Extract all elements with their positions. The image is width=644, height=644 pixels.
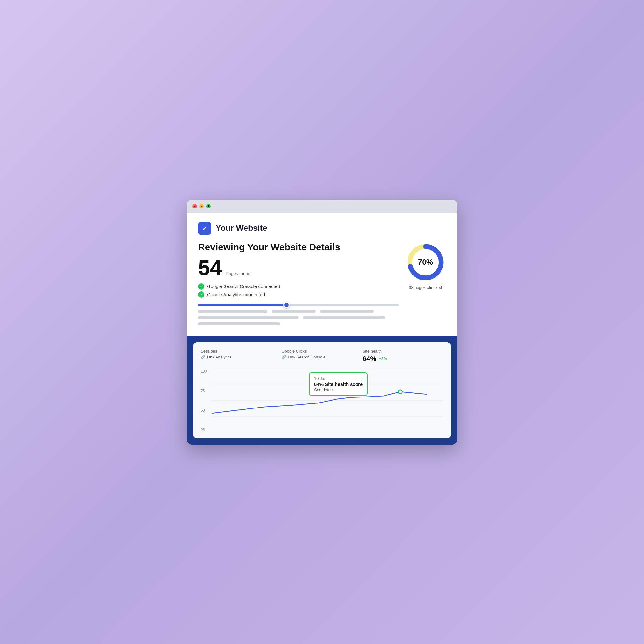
tooltip-date: 10 Jan [314, 376, 363, 381]
skeleton-row-1 [198, 310, 399, 313]
upper-section: ✓ Your Website Reviewing Your Website De… [187, 213, 457, 336]
check-circle-icon: ✓ [198, 283, 204, 290]
reviewing-title: Reviewing Your Website Details [198, 242, 399, 253]
google-clicks-label: Google Clicks [281, 349, 362, 353]
minimize-button[interactable]: – [199, 204, 204, 208]
skeleton-line [198, 310, 267, 313]
tooltip-value: 64% Site health score [314, 381, 363, 387]
logo-badge: ✓ [198, 222, 211, 235]
check-icon: ✓ [202, 225, 208, 232]
slider-track[interactable] [198, 304, 399, 306]
lower-section: Sessions 🔗 Link Analytics Google Clicks … [187, 336, 457, 445]
donut-chart: 70% [405, 242, 446, 283]
maximize-button[interactable]: ⊕ [206, 204, 211, 208]
metric-google-clicks: Google Clicks 🔗 Link Search Console [281, 349, 362, 363]
browser-titlebar: × – ⊕ [187, 200, 457, 213]
right-content: 70% 38 pages checked [405, 242, 446, 290]
check-circle-icon-2: ✓ [198, 291, 204, 298]
svg-point-6 [398, 390, 403, 394]
metrics-row: Sessions 🔗 Link Analytics Google Clicks … [201, 349, 443, 363]
status-items: ✓ Google Search Console connected ✓ Goog… [198, 283, 399, 298]
browser-content: ✓ Your Website Reviewing Your Website De… [187, 213, 457, 445]
skeleton-line [320, 310, 374, 313]
metric-sessions: Sessions 🔗 Link Analytics [201, 349, 281, 363]
link-search-console-text: Link Search Console [288, 355, 325, 359]
y-label-50: 50 [201, 408, 207, 413]
website-name: Your Website [216, 223, 267, 233]
skeleton-line [272, 310, 316, 313]
slider-thumb[interactable] [283, 302, 290, 308]
main-content-row: Reviewing Your Website Details 54 Pages … [198, 242, 446, 329]
status-text-analytics: Google Analytics connected [207, 292, 265, 297]
status-item-analytics: ✓ Google Analytics connected [198, 291, 399, 298]
slider-fill [198, 304, 286, 306]
close-button[interactable]: × [192, 204, 197, 208]
website-header: ✓ Your Website [198, 222, 446, 235]
pages-checked-label: 38 pages checked [409, 285, 442, 290]
site-health-change: +2% [379, 356, 387, 361]
status-item-search-console: ✓ Google Search Console connected [198, 283, 399, 290]
skeleton-row-2 [198, 316, 399, 319]
link-analytics-text: Link Analytics [207, 355, 232, 359]
link-search-console[interactable]: 🔗 Link Search Console [281, 355, 362, 359]
chart-svg-container: 10 Jan 64% Site health score See details [212, 369, 443, 432]
chart-tooltip: 10 Jan 64% Site health score See details [309, 372, 368, 396]
chart-y-labels: 100 75 50 25 [201, 369, 209, 432]
skeleton-line [198, 316, 299, 319]
dashboard-card: Sessions 🔗 Link Analytics Google Clicks … [193, 342, 451, 438]
tooltip-link[interactable]: See details [314, 387, 363, 392]
pages-found-row: 54 Pages found [198, 257, 399, 278]
skeleton-row-3 [198, 322, 399, 325]
skeleton-lines [198, 310, 399, 325]
status-text-search-console: Google Search Console connected [207, 284, 280, 289]
y-label-25: 25 [201, 428, 207, 432]
left-content: Reviewing Your Website Details 54 Pages … [198, 242, 399, 329]
site-health-value-row: 64% +2% [363, 355, 443, 363]
site-health-label: Site health [363, 349, 443, 353]
chart-area: 100 75 50 25 [201, 369, 443, 432]
pages-label: Pages found [226, 271, 251, 276]
site-health-value: 64% [363, 355, 376, 363]
browser-window: × – ⊕ ✓ Your Website Reviewing Your Webs… [187, 200, 457, 445]
metric-site-health: Site health 64% +2% [363, 349, 443, 363]
slider-section [198, 304, 399, 306]
y-label-75: 75 [201, 389, 207, 393]
pages-count: 54 [198, 257, 222, 278]
donut-percent: 70% [418, 258, 433, 267]
y-label-100: 100 [201, 369, 207, 374]
sessions-label: Sessions [201, 349, 281, 353]
skeleton-line [303, 316, 385, 319]
link-analytics[interactable]: 🔗 Link Analytics [201, 355, 281, 359]
link-icon-2: 🔗 [281, 355, 286, 359]
skeleton-line [198, 322, 280, 325]
link-icon: 🔗 [201, 355, 205, 359]
